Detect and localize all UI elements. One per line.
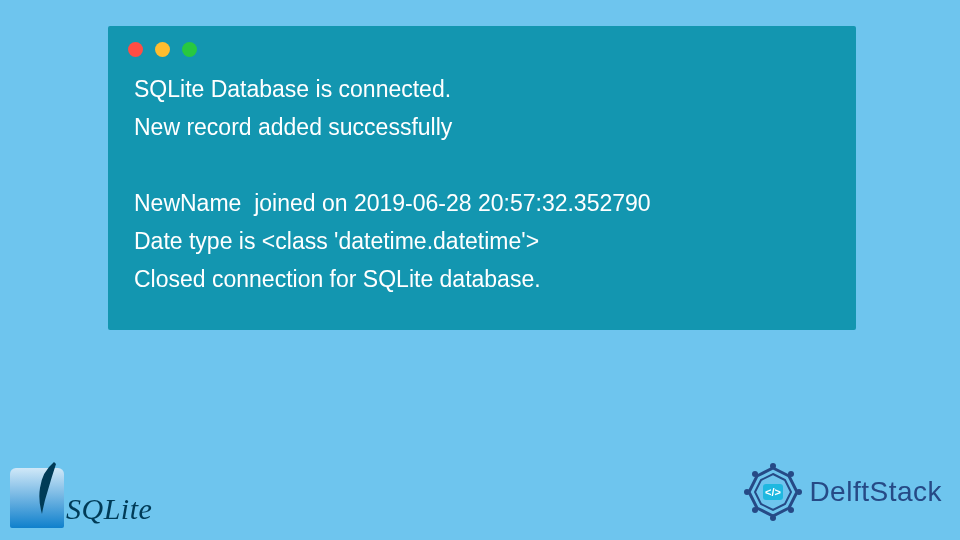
window-controls: [108, 26, 856, 61]
minimize-icon[interactable]: [155, 42, 170, 57]
sqlite-logo: SQLite: [10, 468, 152, 528]
terminal-line: Closed connection for SQLite database.: [134, 261, 830, 299]
svg-text:</>: </>: [765, 486, 781, 498]
terminal-line: NewName joined on 2019-06-28 20:57:32.35…: [134, 185, 830, 223]
terminal-body: SQLite Database is connected. New record…: [108, 61, 856, 309]
delftstack-label: DelftStack: [809, 476, 942, 508]
terminal-line: Date type is <class 'datetime.datetime'>: [134, 223, 830, 261]
feather-icon: [34, 460, 58, 516]
maximize-icon[interactable]: [182, 42, 197, 57]
delftstack-logo: </> DelftStack: [741, 460, 942, 524]
terminal-blank-line: [134, 147, 830, 185]
delftstack-badge-icon: </>: [741, 460, 805, 524]
sqlite-label: SQLite: [66, 492, 152, 528]
terminal-window: SQLite Database is connected. New record…: [108, 26, 856, 330]
sqlite-icon: [10, 468, 64, 528]
close-icon[interactable]: [128, 42, 143, 57]
terminal-line: New record added successfully: [134, 109, 830, 147]
terminal-line: SQLite Database is connected.: [134, 71, 830, 109]
